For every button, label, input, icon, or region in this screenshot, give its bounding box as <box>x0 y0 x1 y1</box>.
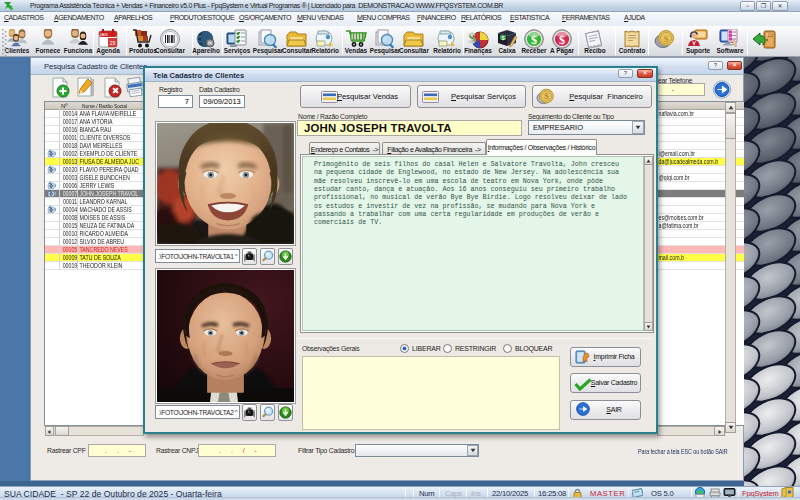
svg-text:$: $ <box>531 33 537 47</box>
svg-text:JAN: JAN <box>99 32 107 37</box>
svg-text:S: S <box>663 34 668 44</box>
svg-text:EXIT: EXIT <box>767 33 773 37</box>
svg-text:S: S <box>544 92 549 101</box>
svg-text:$: $ <box>501 35 504 41</box>
svg-text:29: 29 <box>110 40 116 46</box>
svg-text:$: $ <box>468 30 476 46</box>
svg-text:$: $ <box>559 33 565 47</box>
